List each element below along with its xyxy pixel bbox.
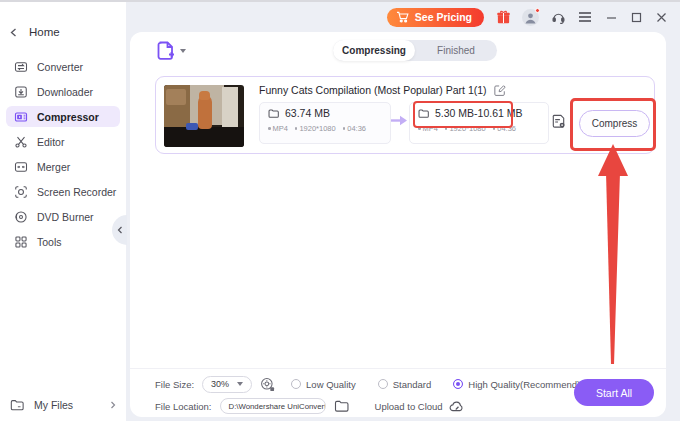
target-folder-icon [418,109,429,118]
video-title: Funny Cats Compilation (Most Popular) Pa… [259,84,487,96]
file-location-select[interactable]: D:\Wondershare UniConverter 1 [220,398,326,414]
back-chevron-icon [10,28,17,37]
folder-icon [10,399,24,411]
sidebar-item-dvd-burner[interactable]: DVD Burner [6,206,120,227]
see-pricing-button[interactable]: See Pricing [387,8,484,27]
compressor-icon [14,110,28,124]
titlebar: See Pricing [126,2,680,32]
sidebar-item-downloader[interactable]: Downloader [6,81,120,102]
account-avatar[interactable] [522,9,539,26]
rename-edit-icon[interactable] [494,84,506,96]
sidebar: Home Converter Downloader Compressor [0,2,126,421]
file-size-label: File Size: [155,379,194,390]
support-headset-icon[interactable] [550,9,566,25]
radio-high-quality [453,379,463,389]
app-window: Home Converter Downloader Compressor [0,0,680,421]
target-size: 5.30 MB-10.61 MB [435,107,523,119]
target-info-box: 5.30 MB-10.61 MB MP4 1920*1080 04:36 [409,102,549,144]
upload-to-cloud-button[interactable]: Upload to Cloud [375,400,465,412]
my-files-label: My Files [34,399,73,411]
maximize-button[interactable] [629,10,643,24]
file-location-label: File Location: [155,401,212,412]
source-meta: MP4 1920*1080 04:36 [268,124,390,133]
sidebar-item-compressor[interactable]: Compressor [6,106,120,127]
footer-location-row: File Location: D:\Wondershare UniConvert… [155,396,465,416]
close-button[interactable] [654,10,668,24]
screen-recorder-icon [14,185,28,199]
radio-low-quality [291,379,301,389]
video-thumbnail[interactable] [164,85,244,147]
notification-dot [535,8,540,13]
sidebar-item-screen-recorder[interactable]: Screen Recorder [6,181,120,202]
start-all-button[interactable]: Start All [574,379,654,406]
view-tabs: Compressing Finished [333,40,497,61]
source-info-box: 63.74 MB MP4 1920*1080 04:36 [259,102,391,144]
tab-compressing[interactable]: Compressing [333,40,415,61]
add-file-icon [156,41,175,61]
converter-icon [14,60,28,74]
sidebar-my-files[interactable]: My Files [10,399,116,411]
footer-divider [130,368,666,369]
target-meta: MP4 1920*1080 04:36 [418,124,548,133]
source-folder-icon [268,109,279,118]
compress-settings-icon[interactable] [550,113,567,130]
cart-icon [396,11,409,23]
add-file-dropdown-caret [180,49,186,53]
tools-grid-icon [14,235,28,249]
dvd-disc-icon [14,210,28,224]
hamburger-menu-icon[interactable] [577,9,593,25]
scissors-icon [14,135,28,149]
add-file-button[interactable] [156,41,186,61]
merger-icon [14,160,28,174]
video-item-row: Funny Cats Compilation (Most Popular) Pa… [155,76,655,154]
convert-arrow-icon [391,115,408,126]
video-title-row: Funny Cats Compilation (Most Popular) Pa… [259,84,506,96]
file-size-select[interactable]: 30% [202,376,252,393]
source-size: 63.74 MB [285,107,330,119]
main-panel: Compressing Finished Funny Cats Compilat… [130,32,666,417]
sidebar-item-merger[interactable]: Merger [6,156,120,177]
see-pricing-label: See Pricing [415,11,472,23]
upload-cloud-label: Upload to Cloud [375,401,443,412]
apply-to-all-gear-icon[interactable] [260,377,275,392]
downloader-icon [14,85,28,99]
minimize-button[interactable] [604,10,618,24]
quality-option-low[interactable]: Low Quality [291,379,356,390]
sidebar-item-converter[interactable]: Converter [6,56,120,77]
radio-standard [378,379,388,389]
sidebar-item-editor[interactable]: Editor [6,131,120,152]
quality-option-standard[interactable]: Standard [378,379,432,390]
tab-finished[interactable]: Finished [415,40,497,61]
gift-icon[interactable] [495,9,511,25]
sidebar-nav: Converter Downloader Compressor Editor [0,56,126,256]
open-folder-icon[interactable] [334,400,349,412]
cloud-icon [449,400,465,412]
sidebar-home[interactable]: Home [10,26,60,38]
forward-chevron-icon [110,401,116,409]
compress-button[interactable]: Compress [579,110,650,137]
sidebar-item-tools[interactable]: Tools [6,231,120,252]
quality-option-high[interactable]: High Quality(Recommend) [453,379,580,390]
home-label: Home [29,26,60,38]
footer-size-row: File Size: 30% Low Quality Standard High… [155,374,580,394]
